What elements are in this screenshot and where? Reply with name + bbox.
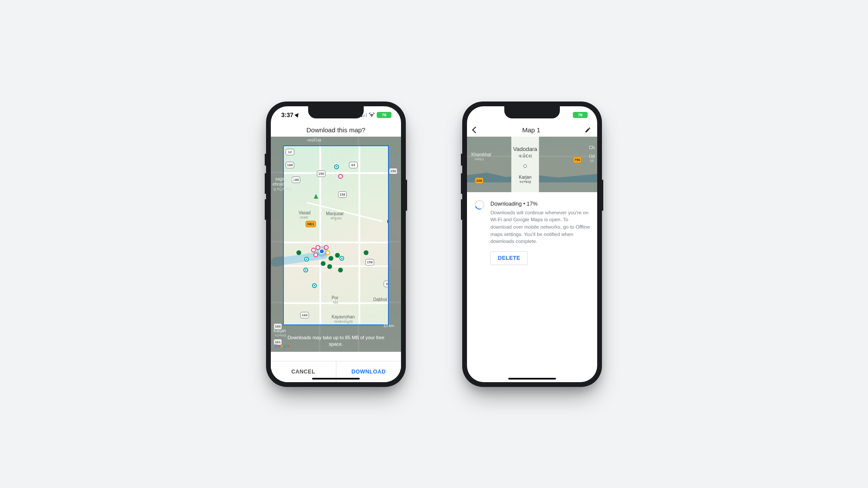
place-vasad: Vasad (299, 210, 311, 216)
place-dabhoi: Dabhoi (373, 297, 387, 302)
place-manjusar: Manjusar (326, 211, 344, 216)
notch (308, 106, 364, 118)
selection-rect[interactable]: Vasad વાસદ Manjusar મંજુસર Por પોર Dabho… (283, 145, 389, 325)
nav-bar: Map 1 (467, 124, 597, 137)
download-status: Downloading • 17% (490, 200, 590, 208)
home-indicator (508, 378, 556, 380)
fav-pin-icon[interactable] (338, 174, 343, 179)
spinner-icon (473, 198, 486, 211)
phone-right: 76 Map 1 Khambhat ખંભાત Ch Ud છો 228 (462, 102, 602, 387)
download-size-msg: Downloads may take up to 85 MB of your f… (271, 334, 401, 347)
map-area[interactable]: Vasad વાસદ Manjusar મંજુસર Por પોર Dabho… (271, 137, 401, 352)
city-dot-icon (523, 164, 527, 168)
wifi-icon (368, 112, 375, 118)
phone-left: 3:37 76 Download this map? (266, 102, 406, 387)
flag-pin-icon[interactable] (387, 219, 389, 224)
edit-button[interactable] (585, 127, 591, 133)
battery-pill: 76 (377, 112, 391, 118)
page-title: Map 1 (522, 126, 540, 134)
flag-pin-icon[interactable] (296, 250, 301, 255)
download-help-text: Downloads will continue whenever you're … (490, 209, 590, 245)
notch (504, 106, 560, 118)
saved-pin-icon[interactable] (334, 164, 339, 169)
status-time: 3:37 (281, 111, 299, 118)
battery-pill: 76 (573, 112, 588, 118)
place-kayavrohan: Kayavrohan (332, 314, 355, 320)
back-button[interactable] (472, 127, 479, 134)
current-location-icon[interactable] (319, 249, 325, 254)
place-por: Por (332, 295, 339, 301)
delete-button[interactable]: DELETE (490, 251, 528, 265)
location-arrow-icon (294, 111, 300, 117)
city-name: Vadodara (513, 146, 537, 153)
home-indicator (312, 378, 360, 380)
map-preview[interactable]: Khambhat ખંભાત Ch Ud છો 228 756 Vadodara… (467, 137, 597, 192)
page-title: Download this map? (271, 124, 401, 137)
stage: 3:37 76 Download this map? (0, 0, 868, 488)
